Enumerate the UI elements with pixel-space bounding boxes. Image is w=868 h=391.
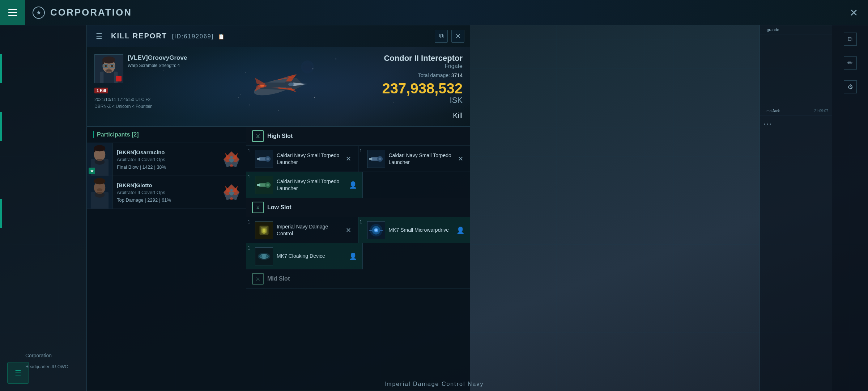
svg-point-4: [102, 56, 115, 64]
svg-rect-47: [257, 158, 260, 160]
participants-title: Participants [2]: [97, 131, 139, 138]
slot-item: 1 Caldari Navy Small Torpedo Launcher: [246, 146, 358, 172]
slot-number: 1: [248, 148, 250, 153]
participant-2-ship: Arbitrator II Covert Ops: [117, 190, 213, 195]
slot-item-icon: [255, 247, 273, 265]
list-item: [BKRN]Giotto Arbitrator II Covert Ops To…: [87, 176, 246, 209]
slot-item-icon: [255, 221, 273, 239]
svg-point-39: [97, 188, 103, 191]
svg-rect-59: [257, 184, 260, 186]
participant-1-name: [BKRN]Osarracino: [117, 149, 213, 155]
total-damage: Total damage: 3714: [418, 72, 463, 78]
kill-datetime: 2021/10/11 17:45:50 UTC +2 DBRN-Z < Unic…: [94, 96, 174, 110]
slot-number: 1: [248, 245, 250, 251]
slot-number: 1: [360, 148, 362, 153]
svg-point-52: [378, 157, 381, 160]
slot-item-name: Caldari Navy Small Torpedo Launcher: [389, 152, 452, 165]
svg-point-9: [105, 65, 107, 67]
participant-2-stats: Top Damage | 2292 | 61%: [117, 197, 213, 203]
corp-label: Corporation: [25, 353, 52, 358]
svg-point-18: [288, 83, 294, 86]
panel-menu-button[interactable]: ☰: [93, 30, 106, 43]
edit-icon[interactable]: ✏: [844, 56, 857, 70]
ship-display: [181, 47, 369, 126]
high-slot-row-1: 1 Caldari Navy Small Torpedo Launcher: [246, 146, 470, 172]
slot-item-icon: [255, 176, 273, 194]
avatar: [94, 54, 123, 83]
side-nav-item-6: [0, 170, 2, 199]
participant-2-avatar: [87, 176, 112, 209]
low-slot-title: Low Slot: [267, 204, 292, 211]
side-nav-item-7: [0, 199, 2, 228]
top-close-button[interactable]: ✕: [846, 5, 861, 20]
slot-number: 1: [360, 219, 362, 224]
isk-value: 237,938,532 ISK: [376, 81, 463, 110]
svg-point-46: [267, 157, 269, 160]
list-item: ★ [BKRN]Osarracino Arbitrator II Covert …: [87, 143, 246, 176]
main-menu-button[interactable]: [0, 0, 25, 25]
svg-point-58: [267, 184, 269, 186]
more-options-button[interactable]: ···: [760, 115, 832, 132]
svg-point-33: [230, 164, 233, 167]
slots-panel: ⚔ High Slot 1: [246, 127, 470, 391]
svg-point-23: [249, 105, 250, 105]
hamburger-icon: [8, 9, 17, 16]
svg-point-21: [314, 97, 315, 98]
hero-pilot-section: [VLEV]GroovyGrove Warp Scramble Strength…: [87, 47, 181, 126]
participant-1-info: [BKRN]Osarracino Arbitrator II Covert Op…: [112, 143, 217, 176]
svg-point-25: [303, 63, 312, 71]
shield-icon: ⚔: [252, 273, 264, 285]
mid-slot-header-partial: ⚔ Mid Slot: [246, 269, 470, 289]
hero-stats: Condor II Interceptor Frigate Total dama…: [369, 47, 470, 126]
slot-item-active: 1 MK7 S: [358, 217, 470, 243]
svg-point-37: [94, 178, 106, 185]
slot-item-active: 1 MK7 Cloaking Device: [246, 243, 362, 269]
slot-remove-button[interactable]: ✕: [344, 154, 354, 164]
side-nav-item-1: [0, 25, 2, 54]
hq-label: Headquarter JU-OWC: [25, 364, 68, 369]
corp-header: ★ CORPORATION: [25, 7, 139, 19]
log-text: ...grande: [763, 28, 779, 32]
hero-meta: 1 Kill 2021/10/11 17:45:50 UTC +2 DBRN-Z…: [94, 88, 174, 110]
log-name: ...malJack: [763, 109, 780, 113]
side-nav-item-3: [0, 83, 2, 112]
log-entry: ...grande: [760, 25, 832, 34]
slot-number: 1: [248, 174, 250, 179]
participant-2-info: [BKRN]Giotto Arbitrator II Covert Ops To…: [112, 176, 217, 209]
svg-rect-5: [102, 59, 104, 64]
participant-1-ship-thumbnail: [217, 143, 246, 176]
slot-item-active: 1 Caldari Navy Small Torpedo Launcher 👤: [246, 172, 362, 198]
panel-body: Participants [2] ★ [BKRN]Osarra: [87, 127, 470, 391]
panel-title: KILL REPORT [ID:6192069] 📋: [111, 32, 225, 40]
panel-close-button[interactable]: ✕: [451, 30, 464, 43]
svg-rect-30: [94, 147, 95, 152]
low-slot-header: ⚔ Low Slot: [246, 198, 470, 217]
side-navigation: [0, 25, 3, 228]
svg-point-10: [111, 65, 113, 67]
corp-title: CORPORATION: [50, 7, 132, 18]
slot-item-name: Imperial Navy Damage Control: [277, 223, 340, 236]
log-time: 21:09:07: [814, 109, 828, 113]
slot-person-button[interactable]: 👤: [348, 180, 358, 190]
settings-icon[interactable]: ⚙: [844, 80, 857, 93]
low-slot-row-1: 1 Imperial Navy Damage Control: [246, 217, 470, 243]
high-slot-header: ⚔ High Slot: [246, 127, 470, 146]
external-link-button[interactable]: ⧉: [435, 30, 448, 43]
slot-item-icon: [367, 150, 385, 168]
top-bar: ★ CORPORATION ✕: [0, 0, 868, 25]
svg-point-22: [238, 97, 239, 98]
participant-1-stats: Final Blow | 1422 | 38%: [117, 164, 213, 170]
slot-person-button[interactable]: 👤: [455, 225, 465, 235]
section-bar: [93, 131, 94, 138]
kill-report-panel: ☰ KILL REPORT [ID:6192069] 📋 ⧉ ✕: [87, 25, 470, 391]
left-sidebar: ☰ Corporation Headquarter JU-OWC: [0, 25, 87, 391]
export-icon[interactable]: ⧉: [844, 33, 857, 46]
slot-remove-button[interactable]: ✕: [455, 154, 465, 164]
slot-person-button[interactable]: 👤: [348, 251, 358, 261]
svg-point-67: [375, 229, 377, 231]
star-badge-icon: ★: [89, 168, 95, 174]
svg-point-29: [94, 145, 106, 152]
right-log-panel: ...grande ...malJack 21:09:07 ···: [760, 25, 832, 391]
panel-actions: ⧉ ✕: [435, 30, 464, 43]
slot-remove-button[interactable]: ✕: [344, 225, 354, 235]
